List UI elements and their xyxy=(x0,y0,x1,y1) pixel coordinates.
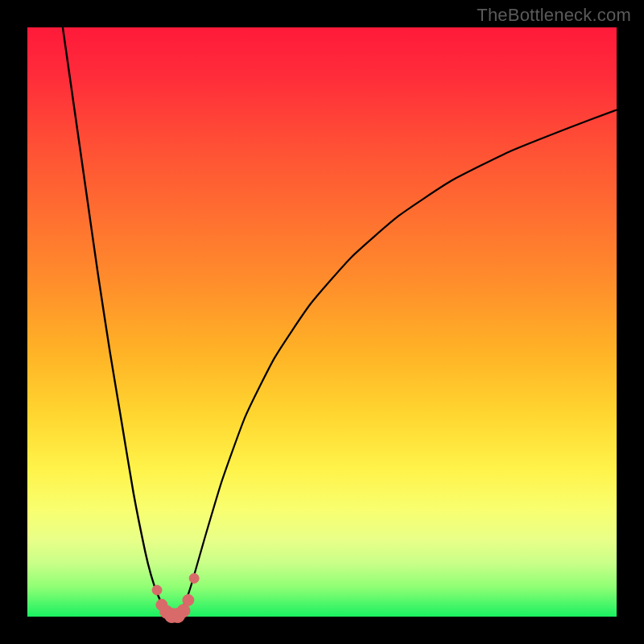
chart-svg xyxy=(27,27,617,617)
trough-marker xyxy=(183,595,194,606)
curve-left-branch xyxy=(63,27,175,617)
trough-marker xyxy=(189,573,199,583)
chart-frame: TheBottleneck.com xyxy=(0,0,644,644)
trough-marker xyxy=(177,605,190,617)
plot-area xyxy=(27,27,617,617)
curve-right-branch xyxy=(175,109,617,617)
watermark-text: TheBottleneck.com xyxy=(477,5,631,26)
trough-marker xyxy=(152,585,162,595)
